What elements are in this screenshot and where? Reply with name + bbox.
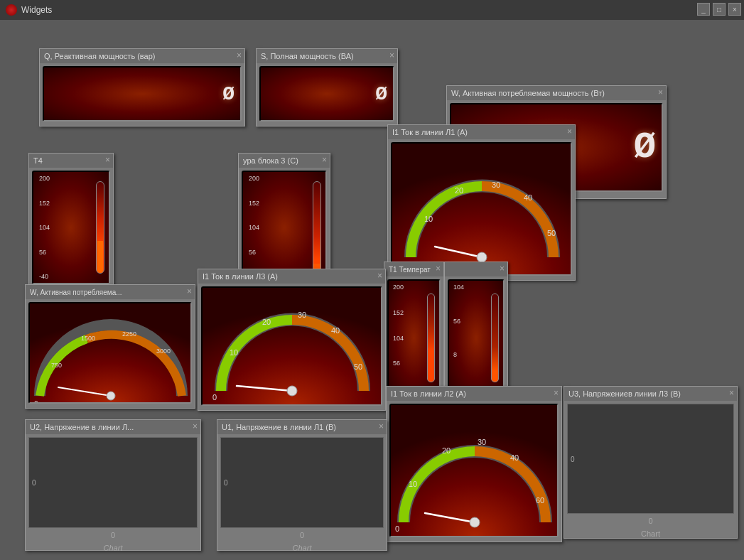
thermo-label-56: 56 bbox=[249, 249, 259, 256]
svg-text:30: 30 bbox=[298, 311, 306, 319]
widget-title: U3, Напряжениев линии Л3 (В) bbox=[568, 389, 681, 398]
widget-title: T4 bbox=[33, 156, 43, 165]
maximize-button[interactable]: □ bbox=[713, 3, 726, 16]
svg-text:3000: 3000 bbox=[156, 348, 171, 355]
widget-header: ура блока 3 (С) × bbox=[239, 154, 330, 168]
widget-body: 0 10 20 30 40 60 bbox=[387, 401, 561, 540]
chart-bottom-number: 0 bbox=[648, 517, 652, 525]
widget-title: W, Активная потребляемая мощность (Вт) bbox=[451, 89, 605, 97]
svg-text:30: 30 bbox=[492, 181, 500, 189]
widget-close-button[interactable]: × bbox=[237, 50, 242, 60]
thermo-label-152: 152 bbox=[39, 200, 50, 207]
widget-close-button[interactable]: × bbox=[377, 271, 382, 281]
widget-u3-l3: U3, Напряжениев линии Л3 (В) × 0 0 Chart bbox=[564, 386, 738, 539]
thermo-label-56: 56 bbox=[39, 249, 50, 256]
svg-text:750: 750 bbox=[51, 362, 62, 369]
widget-header: I1 Ток в линии Л1 (А) × bbox=[388, 125, 575, 139]
chart-value-bottom: 0 bbox=[567, 514, 734, 527]
thermo-label-104: 104 bbox=[39, 224, 50, 231]
digit-value: Ø bbox=[375, 83, 387, 105]
gauge-svg: 0 10 20 30 40 50 bbox=[392, 144, 572, 275]
label: 104 bbox=[453, 284, 464, 291]
gauge-svg: 0 750 1500 2250 3000 bbox=[30, 303, 192, 403]
chart-area: 0 bbox=[28, 437, 198, 528]
widget-close-button[interactable]: × bbox=[567, 126, 572, 136]
widget-close-button[interactable]: × bbox=[658, 87, 663, 97]
widget-body: Ø bbox=[257, 63, 397, 124]
widget-close-button[interactable]: × bbox=[187, 286, 192, 296]
thermo-label-200: 200 bbox=[249, 175, 259, 182]
widget-i1-l2: I1 Ток в линии Л2 (А) × 0 10 20 bbox=[386, 386, 562, 542]
widget-t4: T4 × 200 152 104 56 -40 bbox=[28, 153, 114, 288]
widget-header: I1 Ток в линии Л2 (А) × bbox=[387, 387, 561, 401]
svg-text:20: 20 bbox=[442, 446, 451, 455]
widget-title: I1 Ток в линии Л3 (А) bbox=[203, 272, 278, 281]
svg-text:0: 0 bbox=[212, 393, 217, 402]
svg-point-34 bbox=[470, 517, 480, 527]
widget-title: U2, Напряжение в линии Л... bbox=[30, 423, 134, 431]
chart-label-text: Chart bbox=[641, 529, 660, 538]
widget-title: T1 Температ bbox=[389, 266, 431, 274]
chart-y-value: 0 bbox=[571, 455, 575, 463]
thermo-label-n40: -40 bbox=[39, 273, 50, 280]
widget-body: 104 56 8 -40 bbox=[445, 276, 507, 399]
chart-label: Chart bbox=[220, 541, 384, 554]
widget-body: 0 0 Chart bbox=[217, 434, 387, 556]
widget-title: Q, Реактивная мощность (вар) bbox=[44, 52, 155, 60]
label: 8 bbox=[453, 351, 464, 358]
widget-thermo-extra: × 104 56 8 -40 bbox=[444, 262, 508, 400]
svg-text:10: 10 bbox=[409, 480, 417, 488]
widget-body: 0 0 Chart bbox=[564, 401, 737, 542]
chart-area: 0 bbox=[567, 404, 734, 514]
svg-text:40: 40 bbox=[510, 453, 519, 462]
app-title: Widgets bbox=[21, 5, 52, 15]
svg-text:20: 20 bbox=[262, 318, 271, 326]
widget-title: W, Активная потребляема... bbox=[30, 289, 122, 296]
widget-body: 0 750 1500 2250 3000 bbox=[26, 299, 195, 406]
chart-value-bottom: 0 bbox=[220, 528, 384, 541]
widget-header: T1 Температ × bbox=[384, 262, 443, 276]
widget-header: U1, Напряжение в линии Л1 (В) × bbox=[217, 420, 387, 434]
widget-header: × bbox=[445, 262, 507, 276]
widget-title: I1 Ток в линии Л2 (А) bbox=[391, 389, 466, 398]
gauge-svg: 0 10 20 30 40 50 bbox=[203, 288, 382, 405]
widget-header: W, Активная потребляемая мощность (Вт) × bbox=[447, 86, 666, 100]
gauge-display: 0 10 20 30 40 50 bbox=[201, 286, 382, 406]
widget-body: 200 152 104 56 -40 bbox=[384, 276, 443, 399]
svg-text:1500: 1500 bbox=[81, 335, 95, 342]
widget-header: U2, Напряжение в линии Л... × bbox=[26, 420, 200, 434]
digit-value: Ø bbox=[634, 126, 656, 168]
chart-bottom-number: 0 bbox=[111, 531, 115, 539]
widget-active-power-small: W, Активная потребляема... × bbox=[25, 284, 195, 409]
widget-close-button[interactable]: × bbox=[729, 388, 734, 398]
widget-close-button[interactable]: × bbox=[105, 155, 110, 165]
widget-title: I1 Ток в линии Л1 (А) bbox=[392, 128, 468, 136]
svg-point-8 bbox=[477, 252, 487, 262]
chart-bottom-number: 0 bbox=[300, 531, 304, 539]
widget-close-button[interactable]: × bbox=[436, 264, 441, 274]
window-controls: _ □ × bbox=[697, 3, 741, 16]
svg-text:30: 30 bbox=[478, 438, 486, 446]
widget-close-button[interactable]: × bbox=[193, 421, 198, 431]
widget-close-button[interactable]: × bbox=[554, 388, 559, 398]
widget-close-button[interactable]: × bbox=[379, 421, 384, 431]
widget-header: I1 Ток в линии Л3 (А) × bbox=[198, 269, 385, 284]
widget-i1-l1: I1 Ток в линии Л1 (А) × bbox=[387, 124, 576, 281]
title-bar: Widgets _ □ × bbox=[0, 0, 744, 20]
label: 200 bbox=[393, 284, 404, 291]
widget-header: W, Активная потребляема... × bbox=[26, 285, 195, 299]
digit-value: Ø bbox=[222, 83, 234, 105]
thermo-label-200: 200 bbox=[39, 175, 50, 182]
svg-text:40: 40 bbox=[524, 193, 532, 202]
widget-close-button[interactable]: × bbox=[500, 264, 505, 274]
widget-close-button[interactable]: × bbox=[322, 155, 327, 165]
svg-text:60: 60 bbox=[536, 496, 544, 505]
minimize-button[interactable]: _ bbox=[697, 3, 710, 16]
widget-header: U3, Напряжениев линии Л3 (В) × bbox=[564, 387, 737, 401]
widget-body: 200 152 104 56 -40 bbox=[29, 168, 113, 287]
widget-reactive-power: Q, Реактивная мощность (вар) × Ø bbox=[39, 48, 245, 126]
svg-text:0: 0 bbox=[34, 400, 38, 403]
widget-close-button[interactable]: × bbox=[389, 50, 394, 60]
close-button[interactable]: × bbox=[728, 3, 741, 16]
chart-value-bottom: 0 bbox=[28, 528, 198, 541]
